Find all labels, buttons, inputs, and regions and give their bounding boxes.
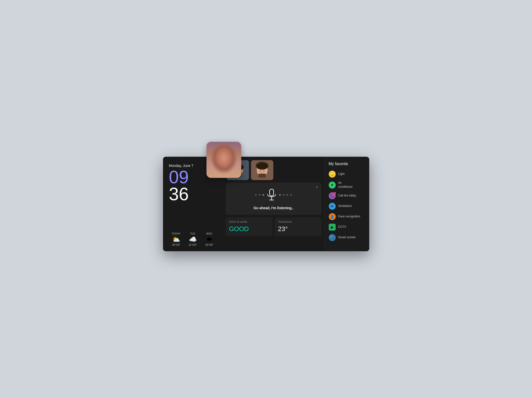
voice-modal: × Go ahe: [226, 183, 322, 215]
weather-icon: ☁️: [189, 236, 197, 243]
info-card-temp: Temperature 23°: [275, 217, 322, 236]
avatar-3: [251, 160, 273, 180]
face-icon: 👤: [329, 213, 336, 220]
weather-section: TODAY ⛅ 20°/23° TUE ☁️ 21°/24° WED 🌧 19°…: [169, 232, 217, 246]
dot-5: [283, 194, 285, 196]
svg-rect-12: [258, 174, 266, 178]
lobby-icon: 📞: [329, 192, 336, 199]
smart-display: Monday, June 7 09 36 TODAY ⛅ 20°/23° TUE…: [163, 157, 369, 251]
close-button[interactable]: ×: [316, 185, 318, 190]
info-cards: Indoor air quality GOOD Temperature 23°: [226, 217, 322, 236]
socket-label: Smart socket: [338, 236, 356, 240]
listening-text: Go ahead, I'm listening..: [253, 206, 293, 210]
dot-4: [279, 194, 281, 196]
fav-item-socket[interactable]: 🔌 Smart socket: [329, 234, 365, 241]
ac-label: Airconditioner: [338, 181, 353, 189]
mic-dots: [255, 189, 292, 201]
info-card-good: Indoor air quality GOOD: [226, 217, 273, 236]
info-card-label: Temperature: [278, 220, 318, 223]
fav-item-ac[interactable]: ❄ Airconditioner: [329, 181, 365, 189]
cctv-label: CCTV: [338, 225, 346, 229]
fav-item-light[interactable]: 💡 Light: [329, 171, 365, 178]
dot-2: [259, 194, 260, 196]
floating-avatar: [206, 142, 241, 178]
weather-icon: ⛅: [172, 236, 180, 243]
fav-item-cctv[interactable]: ▶ CCTV: [329, 224, 365, 231]
time-minute: 36: [169, 186, 217, 202]
right-panel: My favorite 💡 Light ❄ Airconditioner 📞 C…: [325, 157, 369, 251]
svg-point-14: [263, 171, 264, 171]
lobby-label: Call the lobby: [338, 194, 356, 198]
dot-6: [286, 194, 288, 196]
cctv-icon: ▶: [329, 224, 336, 231]
microphone-icon: [266, 189, 277, 201]
fav-item-face[interactable]: 👤 Face recognition: [329, 213, 365, 220]
dot-3: [262, 194, 264, 196]
favorites-title: My favorite: [329, 162, 365, 166]
info-card-value: 23°: [278, 225, 318, 233]
weather-day-label: TUE: [190, 232, 196, 235]
weather-day-0: TODAY ⛅ 20°/23°: [169, 232, 184, 246]
svg-point-13: [260, 171, 261, 171]
face-label: Face recognition: [338, 215, 360, 219]
svg-rect-15: [270, 189, 274, 196]
favorites-list: 💡 Light ❄ Airconditioner 📞 Call the lobb…: [329, 171, 365, 241]
weather-day-label: TODAY: [172, 232, 181, 235]
light-icon: 💡: [329, 171, 336, 178]
weather-temp: 21°/24°: [189, 244, 197, 246]
socket-icon: 🔌: [329, 234, 336, 241]
dot-7: [290, 194, 292, 196]
device-wrapper: Monday, June 7 09 36 TODAY ⛅ 20°/23° TUE…: [163, 157, 369, 251]
ac-icon: ❄: [329, 182, 336, 189]
ventilation-label: Ventilation: [338, 204, 352, 208]
weather-temp: 20°/23°: [172, 244, 180, 246]
fav-item-ventilation[interactable]: ✦ Ventilation: [329, 203, 365, 210]
fav-item-lobby[interactable]: 📞 Call the lobby: [329, 192, 365, 199]
light-label: Light: [338, 172, 345, 176]
svg-point-11: [257, 163, 268, 169]
weather-temp: 19°/16°: [205, 244, 213, 246]
weather-icon: 🌧: [206, 236, 212, 243]
info-card-label: Indoor air quality: [229, 220, 269, 223]
info-card-value: GOOD: [229, 225, 269, 233]
weather-day-2: WED 🌧 19°/16°: [202, 232, 217, 246]
weather-day-label: WED: [206, 232, 212, 235]
weather-day-1: TUE ☁️ 21°/24°: [185, 232, 200, 246]
dot-1: [255, 194, 257, 196]
ventilation-icon: ✦: [329, 203, 336, 210]
